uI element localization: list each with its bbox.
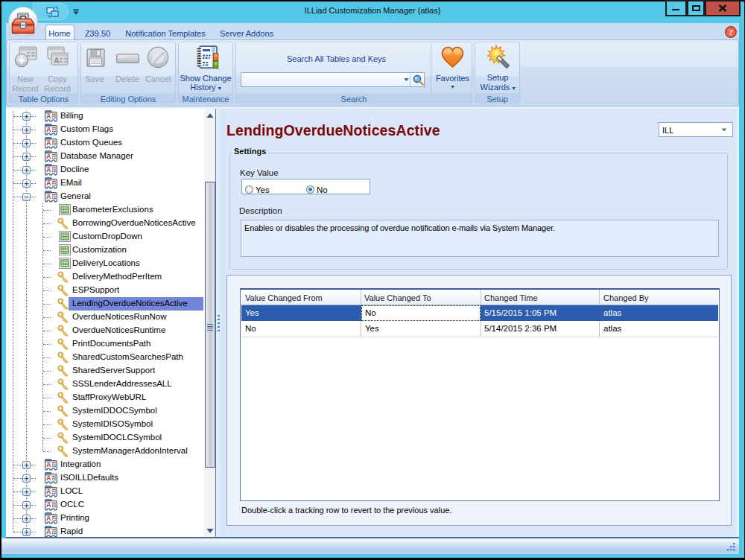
svg-text:?: ? (729, 28, 733, 36)
svg-text:A: A (54, 56, 60, 65)
